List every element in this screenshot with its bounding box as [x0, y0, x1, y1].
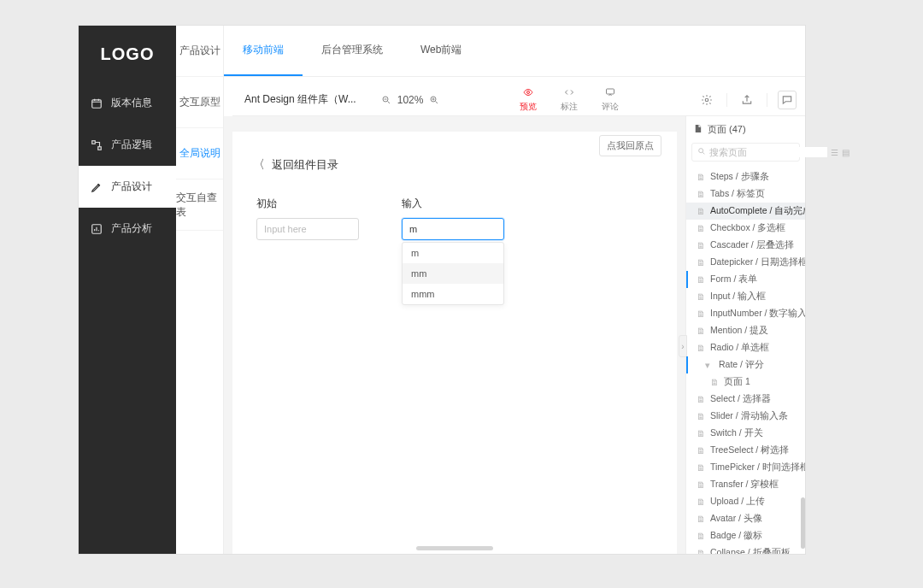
- horizontal-scrollbar[interactable]: [416, 546, 493, 550]
- page-icon: 🗎: [697, 411, 705, 421]
- mode-label: 预览: [520, 101, 537, 113]
- demo-input-initial[interactable]: [256, 218, 359, 240]
- sidebar-item-version[interactable]: 版本信息: [79, 82, 176, 124]
- sidebar-item-label: 产品逻辑: [111, 138, 152, 152]
- doc-title: Ant Design 组件库（W...: [244, 92, 356, 107]
- tree-item[interactable]: 🗎Tabs / 标签页: [686, 185, 805, 203]
- sidebar-dark: LOGO 版本信息 产品逻辑 产品设计 产品分析: [79, 26, 176, 554]
- pencil-icon: [91, 181, 103, 193]
- section-title-initial: 初始: [256, 197, 367, 211]
- list-view-icon[interactable]: ☰: [831, 148, 838, 157]
- autocomplete-dropdown: m mm mmm: [402, 242, 504, 305]
- tree-item[interactable]: 🗎Cascader / 层叠选择: [686, 237, 805, 254]
- recenter-button[interactable]: 点我回原点: [599, 135, 661, 156]
- tree-item[interactable]: 🗎Badge / 徽标: [686, 527, 805, 544]
- tree-item[interactable]: 🗎Slider / 滑动输入条: [686, 408, 805, 425]
- tree-item-child[interactable]: 🗎页面 1: [686, 373, 805, 391]
- demo-input-typing[interactable]: [402, 218, 504, 240]
- option[interactable]: m: [403, 243, 503, 263]
- col-input: 输入 m mm mmm: [402, 197, 513, 305]
- svg-rect-2: [98, 146, 102, 150]
- tree-item[interactable]: 🗎Datepicker / 日期选择框: [686, 254, 805, 271]
- page-search[interactable]: ☰ ▤: [691, 143, 800, 162]
- tree-item-selected[interactable]: 🗎AutoComplete / 自动完成: [686, 203, 805, 220]
- sidebar-item-logic[interactable]: 产品逻辑: [79, 124, 176, 166]
- svg-point-9: [699, 149, 703, 153]
- app-window: LOGO 版本信息 产品逻辑 产品设计 产品分析 产品设计: [79, 26, 805, 554]
- tree-item[interactable]: 🗎Select / 选择器: [686, 391, 805, 408]
- mode-comment[interactable]: 评论: [602, 87, 619, 113]
- page-icon: 🗎: [697, 172, 705, 182]
- chat-icon[interactable]: [778, 91, 797, 109]
- page-icon: 🗎: [697, 274, 705, 285]
- svg-point-8: [705, 98, 708, 102]
- sidebar-light: 产品设计 交互原型 全局说明 交互自查表: [176, 26, 224, 554]
- mode-label: 评论: [602, 101, 619, 113]
- tab-mobile[interactable]: 移动前端: [224, 26, 303, 76]
- zoom-level: 102%: [397, 94, 424, 106]
- page-icon: 🗎: [697, 497, 705, 507]
- page-tree: 🗎Steps / 步骤条 🗎Tabs / 标签页 🗎AutoComplete /…: [686, 167, 805, 554]
- page-icon: 🗎: [697, 257, 705, 268]
- tree-item[interactable]: 🗎Form / 表单: [686, 271, 805, 288]
- settings-icon[interactable]: [697, 91, 716, 109]
- comment-icon: [603, 87, 617, 99]
- search-icon: [697, 146, 706, 158]
- subnav-interaction[interactable]: 交互原型: [176, 77, 223, 128]
- code-icon: [562, 87, 576, 99]
- tree-item[interactable]: 🗎Mention / 提及: [686, 322, 805, 339]
- canvas: 点我回原点 〈 返回组件目录 初始 输入: [232, 132, 677, 554]
- subnav-checklist[interactable]: 交互自查表: [176, 179, 223, 231]
- page-icon: 🗎: [697, 206, 705, 216]
- subnav-product-design[interactable]: 产品设计: [176, 26, 223, 77]
- tree-item[interactable]: 🗎Radio / 单选框: [686, 339, 805, 356]
- mode-label: 标注: [561, 101, 578, 113]
- page-icon: 🗎: [697, 394, 705, 404]
- brand-logo: LOGO: [79, 26, 176, 82]
- page-icon: 🗎: [710, 377, 719, 387]
- tree-item[interactable]: 🗎Input / 输入框: [686, 288, 805, 305]
- tree-item[interactable]: 🗎Avatar / 头像: [686, 510, 805, 527]
- tree-item[interactable]: 🗎Switch / 开关: [686, 425, 805, 442]
- toolbar: Ant Design 组件库（W... 102% 预览: [232, 84, 805, 116]
- mode-mark[interactable]: 标注: [561, 87, 578, 113]
- page-search-input[interactable]: [709, 147, 827, 157]
- tree-item[interactable]: 🗎InputNumber / 数字输入框: [686, 305, 805, 322]
- zoom-in-icon[interactable]: [428, 94, 440, 106]
- page-icon: 🗎: [697, 223, 705, 233]
- tree-item[interactable]: 🗎Upload / 上传: [686, 493, 805, 510]
- share-icon[interactable]: [738, 91, 756, 109]
- sidebar-item-label: 产品设计: [111, 179, 152, 194]
- page-icon: 🗎: [697, 462, 705, 473]
- svg-point-6: [526, 91, 529, 93]
- sidebar-item-analysis[interactable]: 产品分析: [79, 208, 176, 250]
- tree-item[interactable]: 🗎Transfer / 穿梭框: [686, 476, 805, 493]
- vertical-scrollbar[interactable]: [801, 497, 805, 549]
- page-icon: 🗎: [697, 291, 705, 302]
- tree-item[interactable]: 🗎TimePicker / 时间选择框: [686, 459, 805, 476]
- tree-item[interactable]: 🗎TreeSelect / 树选择: [686, 442, 805, 459]
- tab-admin[interactable]: 后台管理系统: [303, 26, 402, 76]
- subnav-global[interactable]: 全局说明: [176, 128, 223, 179]
- tab-web[interactable]: Web前端: [402, 26, 480, 76]
- page-icon: 🗎: [697, 445, 705, 456]
- mode-preview[interactable]: 预览: [520, 87, 537, 113]
- page-icon: 🗎: [697, 189, 705, 199]
- zoom-out-icon[interactable]: [380, 94, 392, 106]
- eye-icon: [521, 87, 535, 99]
- grid-view-icon[interactable]: ▤: [842, 148, 850, 157]
- back-row[interactable]: 〈 返回组件目录: [253, 157, 656, 173]
- tree-item[interactable]: 🗎Collapse / 折叠面板: [686, 544, 805, 554]
- tree-item-expanded[interactable]: ▾Rate / 评分: [686, 356, 805, 373]
- top-tabs: 移动前端 后台管理系统 Web前端: [224, 26, 805, 77]
- tree-item[interactable]: 🗎Checkbox / 多选框: [686, 220, 805, 237]
- option[interactable]: mmm: [403, 284, 503, 304]
- chevron-left-icon: 〈: [253, 157, 265, 173]
- panel-title: 页面 (47): [708, 123, 746, 136]
- sidebar-item-design[interactable]: 产品设计: [79, 166, 176, 208]
- tree-item[interactable]: 🗎Steps / 步骤条: [686, 168, 805, 185]
- calendar-icon: [91, 97, 103, 109]
- flow-icon: [91, 139, 103, 151]
- option[interactable]: mm: [403, 263, 503, 284]
- main-area: 移动前端 后台管理系统 Web前端 Ant Design 组件库（W... 10…: [224, 26, 805, 554]
